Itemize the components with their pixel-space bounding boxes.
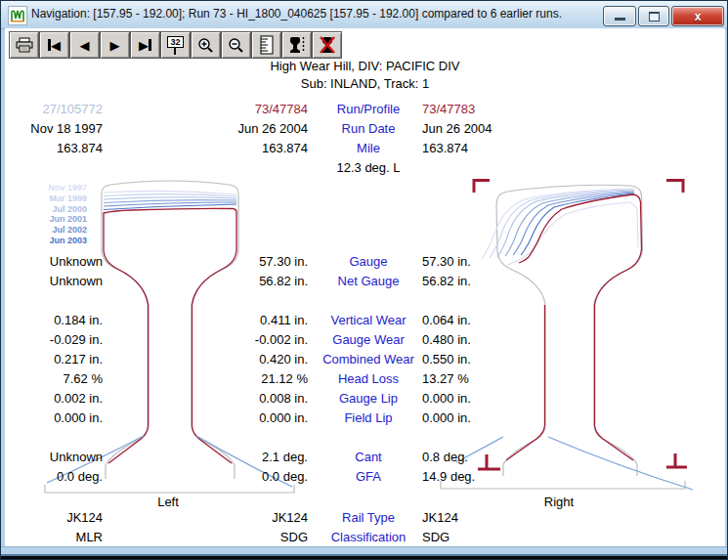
restore-button[interactable] — [638, 6, 669, 26]
cant-label: Cant — [300, 450, 437, 464]
left-net-gauge: Unknown — [5, 274, 103, 288]
right-head-loss: 13.27 % — [422, 371, 559, 386]
right-gauge: 57.30 in. — [422, 254, 559, 269]
location-title: High Wear Hill, DIV: PACIFIC DIV — [1, 59, 728, 73]
right-rail-type: JK124 — [422, 510, 559, 525]
mid-gauge: 57.30 in. — [187, 254, 308, 269]
mid-gauge-lip: 0.008 in. — [187, 391, 308, 406]
gauge-label: Gauge — [300, 254, 437, 269]
right-rail-label: Right — [520, 495, 598, 509]
milepost-button[interactable]: 32 — [160, 31, 191, 59]
field-lip-label: Field Lip — [300, 410, 437, 425]
left-head-loss: 7.62 % — [5, 371, 103, 386]
right-cant: 0.8 deg. — [422, 450, 559, 464]
rail-logo-icon — [11, 9, 24, 22]
left-gfa: 0.0 deg. — [5, 469, 103, 484]
combined-wear-label: Combined Wear — [300, 352, 437, 366]
rail-type-label: Rail Type — [300, 510, 437, 525]
left-gauge: Unknown — [5, 254, 103, 269]
classification-label: Classification — [300, 530, 437, 544]
net-gauge-label: Net Gauge — [300, 274, 437, 288]
mid-field-lip: 0.000 in. — [187, 410, 308, 425]
left-combined-wear: 0.217 in. — [5, 352, 103, 366]
right-run-date: Jun 26 2004 — [422, 121, 559, 136]
rail-profile-icon — [287, 35, 307, 55]
left-gauge-wear: -0.029 in. — [5, 332, 103, 347]
mid-cant: 2.1 deg. — [187, 450, 308, 464]
mid-rail-type: JK124 — [187, 510, 308, 525]
zoom-in-icon — [197, 37, 214, 54]
right-vertical-wear: 0.064 in. — [422, 313, 559, 327]
mile-row: 163.874 163.874 Mile 163.874 — [5, 141, 725, 156]
zoom-out-icon — [228, 37, 244, 54]
last-run-button[interactable]: ▶ — [130, 31, 160, 59]
left-run-profile: 27/105772 — [5, 102, 103, 116]
ruler-icon — [259, 35, 275, 55]
gfa-label: GFA — [300, 469, 437, 484]
left-mile: 163.874 — [5, 141, 103, 155]
rail-profile-off-icon — [318, 35, 337, 55]
close-button[interactable]: x — [671, 6, 724, 26]
window-frame-bottom — [1, 546, 728, 560]
print-button[interactable] — [9, 31, 39, 59]
right-gauge-wear: 0.480 in. — [422, 332, 559, 347]
left-rail-type: JK124 — [5, 510, 103, 525]
run-profile-row: 27/105772 73/47784 Run/Profile 73/47783 — [5, 102, 725, 117]
mid-net-gauge: 56.82 in. — [187, 274, 308, 288]
curvature-value: 12.3 deg. L — [300, 160, 437, 175]
profile-hide-button[interactable] — [312, 31, 342, 59]
subdivision-title: Sub: INLAND, Track: 1 — [1, 76, 728, 91]
mid-run-profile: 73/47784 — [187, 102, 308, 116]
next-run-button[interactable]: ▶ — [100, 31, 130, 59]
left-vertical-wear: 0.184 in. — [5, 313, 103, 327]
mid-classification: SDG — [187, 530, 308, 544]
first-run-icon: ◀ — [48, 39, 61, 52]
minimize-icon — [615, 18, 625, 21]
right-field-lip: 0.000 in. — [422, 410, 559, 425]
left-field-lip: 0.000 in. — [5, 410, 103, 425]
minimize-button[interactable] — [603, 6, 636, 26]
previous-run-button[interactable]: ◀ — [69, 31, 100, 59]
left-rail-wear-history — [104, 191, 236, 209]
gauge-lip-label: Gauge Lip — [300, 391, 437, 406]
right-gauge-lip: 0.000 in. — [422, 391, 559, 406]
title-bar[interactable]: Navigation: [157.95 - 192.00]; Run 73 - … — [1, 1, 728, 29]
vertical-wear-label: Vertical Wear — [300, 313, 437, 327]
app-logo-icon — [8, 6, 27, 25]
ruler-button[interactable] — [251, 31, 281, 59]
left-classification: MLR — [5, 530, 103, 544]
right-mile: 163.874 — [422, 141, 559, 155]
gauge-wear-label: Gauge Wear — [300, 332, 437, 347]
zoom-out-button[interactable] — [221, 31, 251, 59]
next-run-icon: ▶ — [110, 39, 120, 52]
milepost-icon: 32 — [167, 36, 183, 55]
restore-icon — [649, 12, 660, 22]
curvature-row: 12.3 deg. L — [5, 160, 725, 176]
mid-head-loss: 21.12 % — [187, 371, 308, 386]
mid-gauge-wear: -0.002 in. — [187, 332, 308, 347]
right-run-profile: 73/47783 — [422, 102, 559, 116]
zoom-in-button[interactable] — [191, 31, 221, 59]
left-cant: Unknown — [5, 450, 103, 464]
print-icon — [16, 37, 33, 53]
mid-combined-wear: 0.420 in. — [187, 352, 308, 366]
profile-display-button[interactable] — [281, 31, 312, 59]
left-run-date: Nov 18 1997 — [5, 121, 103, 136]
run-date-row: Nov 18 1997 Jun 26 2004 Run Date Jun 26 … — [5, 121, 725, 137]
first-run-button[interactable]: ◀ — [39, 31, 69, 59]
previous-run-icon: ◀ — [80, 39, 90, 52]
right-net-gauge: 56.82 in. — [422, 274, 559, 288]
left-rail-label: Left — [129, 495, 207, 509]
right-classification: SDG — [422, 530, 559, 544]
run-date-label: Run Date — [300, 121, 437, 136]
mid-vertical-wear: 0.411 in. — [187, 313, 308, 327]
mile-label: Mile — [300, 141, 437, 155]
mid-run-date: Jun 26 2004 — [187, 121, 308, 136]
last-run-icon: ▶ — [139, 39, 151, 52]
left-gauge-lip: 0.002 in. — [5, 391, 103, 406]
run-profile-label: Run/Profile — [300, 102, 437, 116]
mid-gfa: 0.0 deg. — [187, 469, 308, 484]
right-gfa: 14.9 deg. — [422, 469, 559, 484]
navigation-window: Navigation: [157.95 - 192.00]; Run 73 - … — [0, 0, 728, 560]
close-icon: x — [695, 10, 702, 23]
